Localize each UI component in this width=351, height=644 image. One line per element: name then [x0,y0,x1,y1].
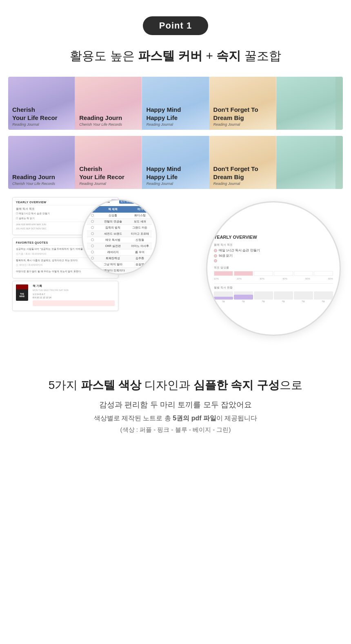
main-title-bold1: 파스텔 커버 [138,49,202,62]
yearly-progress-label: 목표 달성률 [214,266,333,270]
month-label-2: 2월 [242,300,245,302]
cover-title-2-4: Don't Forget ToDream Big [213,165,276,181]
read-dot [91,220,94,223]
page-wrapper: Point 1 활용도 높은 파스텔 커버 + 속지 꿀조합 CherishYo… [0,0,351,454]
read-dot [91,238,94,241]
cover-subtitle-2-2: Reading Journal [79,182,142,186]
small-circle-inner: BOOKS I OWN 독서 트래커 독서 중단 도 완독 책 제목 작가 [83,199,156,275]
yearly-big-title: YEARLY OVERVIEW [214,235,333,240]
bottom-desc-suffix: 이 제공됩니다 [216,415,257,422]
table-row: 세컨드 브랜드티아고 포르테 [87,231,152,237]
read-dot [91,244,94,247]
yearly-goal-3 [214,259,333,262]
month-bar-container-6 [314,291,333,300]
read-dot [91,226,94,229]
preview-outer: YEARLY OVERVIEW 올해 독서 목표 ☐ 매일 1시간 독서 습관 … [0,197,351,360]
cover-title-2-1: Reading Journ [12,173,75,181]
bottom-line1-suffix: 으로 [280,379,302,391]
pct-10: 10% [214,278,219,280]
books-own-table: 완독 책 제목 작가 신상흥화디스팅연탈의 연금술보도 새퍼집학의 법칙그랜드 … [87,206,152,274]
month-label-5: 5월 [302,300,305,302]
bottom-bold1: 파스텔 색상 [81,379,141,391]
bottom-line1-middle: 디자인과 [141,379,193,391]
bottom-line1-prefix: 5가지 [49,379,81,391]
cover-1-1: CherishYour Life Recor Reading Journal [8,77,75,130]
main-title-suffix: 꿀조합 [241,49,281,62]
goal-checkbox-3 [214,259,217,262]
book-details: 책 기록 MON TUE WED THU FRI SAT SUN 1 2 3 4… [33,284,115,308]
cover-2-4: Don't Forget ToDream Big Reading Journal [209,136,276,189]
yearly-goal-1: 매일 1시간 독서 습관 만들기 [214,249,333,253]
bottom-section: 5가지 파스텔 색상 디자인과 심플한 속지 구성으로 감성과 편리함 두 마리… [0,364,351,438]
goal-text-1: 매일 1시간 독서 습관 만들기 [219,249,260,253]
month-bar-wrapper-4: 4월 [274,291,293,302]
cover-1-2: Reading Journ Cherish Your Life Records [75,77,142,130]
col-title: 책 제목 [98,206,128,213]
cover-title-2-2: CherishYour Life Recor [79,165,142,181]
pct-20: 20% [237,278,242,280]
col-author: 작가 [128,206,152,213]
month-bar-container [214,291,233,300]
cover-title-1-2: Reading Journ [79,114,142,122]
cover-title-1-3: Happy MindHappy Life [146,106,209,122]
month-bar-wrapper: 1월 [214,291,233,302]
cover-1-5 [276,77,343,130]
bottom-desc-bold: 5권의 pdf 파일 [173,415,216,422]
goal-checkbox-2 [214,254,217,258]
table-row: 그냥 하지 말라송길영 [87,262,152,268]
month-bar-container-4 [274,291,293,300]
month-label-3: 3월 [262,300,265,302]
pct-50: 50% [305,278,310,280]
bottom-bold2: 심플한 속지 구성 [193,379,280,391]
yearly-month-bars: 1월 2월 3월 [214,291,333,302]
cover-1-4: Don't Forget ToDream Big Reading Journal [209,77,276,130]
table-row: 신상흥화디스팅 [87,213,152,219]
month-label-6: 6월 [322,300,325,302]
bottom-desc-prefix: 색상별로 제작된 노트로 총 [94,415,173,422]
month-bar-container-2 [234,291,253,300]
cover-subtitle-2-4: Reading Journal [213,182,276,186]
cover-subtitle-2-3: Reading Journal [146,182,209,186]
preview-page-book: THEMIND 책 기록 MON TUE WED THU FRI SAT SUN… [12,281,118,311]
big-circle-inner: YEARLY OVERVIEW 올해 독서 목표 매일 1시간 독서 습관 만들… [207,228,340,309]
bottom-subtitle: 감성과 편리함 두 마리 토끼를 모두 잡았어요 [16,400,335,410]
stop-btn[interactable]: 독서 중단 도 [136,200,152,204]
table-row: 레버리지롭 우어 [87,249,152,255]
month-bar-wrapper-5: 5월 [294,291,313,302]
monthly-grid: MON TUE WED THU FRI SAT SUN [33,289,115,291]
cover-subtitle-1-4: Reading Journal [213,122,276,127]
yearly-progress-pct-labels: 10% 20% 30% 40% 50% 60% [214,278,333,280]
month-bar-fill [214,297,233,300]
cover-title-2-3: Happy MindHappy Life [146,165,209,181]
big-circle-yearly: YEARLY OVERVIEW 올해 독서 목표 매일 1시간 독서 습관 만들… [206,201,341,336]
tracker-btn[interactable]: 독서 트래커 [119,200,135,204]
yearly-month-label: 월별 독서 현황 [214,286,333,290]
month-bar-wrapper-2: 2월 [234,291,253,302]
small-circle-books: BOOKS I OWN 독서 트래커 독서 중단 도 완독 책 제목 작가 [82,199,157,275]
table-row: 연탈의 연금술보도 새퍼 [87,219,152,225]
yearly-divider [214,283,333,284]
cover-subtitle-1-2: Cherish Your Life Records [79,122,142,127]
table-row: 집학의 법칙그랜드 카든 [87,225,152,231]
books-buttons: 독서 트래커 독서 중단 도 [119,200,152,204]
main-title-bold2: 속지 [216,49,241,62]
segment-2 [234,271,253,276]
pct-60: 60% [328,278,333,280]
badge-container: Point 1 [0,16,351,35]
table-row: 회복탄력성김주환 [87,255,152,262]
yearly-goal-label: 올해 독서 목표 [214,243,333,247]
cover-2-5 [276,136,343,189]
covers-row-2: Reading Journ Cherish Your Life Records … [8,136,343,189]
cover-2-2: CherishYour Life Recor Reading Journal [75,136,142,189]
cover-1-3: Happy MindHappy Life Reading Journal [142,77,209,130]
segment-5 [294,271,313,276]
cover-title-1-4: Don't Forget ToDream Big [213,106,276,122]
main-title-prefix: 활용도 높은 [70,49,138,62]
month-bar-wrapper-3: 3월 [254,291,273,302]
table-row: OKR 실전편아마노 아사후 [87,243,152,249]
cover-2-3: Happy MindHappy Life Reading Journal [142,136,209,189]
segment-3 [254,271,273,276]
read-dot [91,251,94,253]
yearly-progress-bars [214,271,333,276]
main-title: 활용도 높은 파스텔 커버 + 속지 꿀조합 [0,47,351,64]
